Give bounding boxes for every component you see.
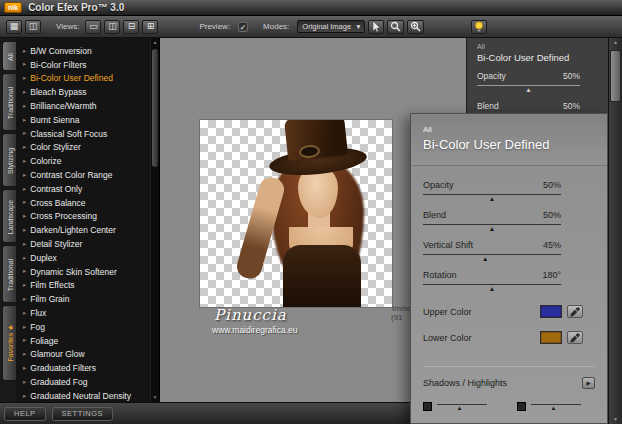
slider-marker[interactable]: ▲ <box>551 405 557 412</box>
view-single-button[interactable]: ▭ <box>85 20 101 34</box>
tab-favorites[interactable]: Favorites ★ <box>2 305 16 381</box>
settings-button[interactable]: SETTINGS <box>52 407 114 421</box>
filter-item[interactable]: ▸ Classical Soft Focus <box>16 127 150 141</box>
slider-marker[interactable]: ▲ <box>489 285 495 292</box>
filter-item[interactable]: ▸ Cross Balance <box>16 196 150 210</box>
triangle-bullet-icon: ▸ <box>23 282 26 289</box>
slider-label: Vertical Shift <box>423 240 473 250</box>
slider-track[interactable]: ▲ <box>423 222 561 232</box>
portrait-illustration <box>242 120 392 307</box>
filter-item[interactable]: ▸ Darken/Lighten Center <box>16 223 150 237</box>
filter-item[interactable]: ▸ Bleach Bypass <box>16 85 150 99</box>
slider-row: Rotation 180° ▲ <box>423 270 561 292</box>
highlights-mini-slider: ▲ <box>517 401 581 411</box>
slider-track[interactable]: ▲ <box>423 252 561 262</box>
filter-item[interactable]: ▸ Contrast Color Range <box>16 168 150 182</box>
filter-item[interactable]: ▸ Graduated Fog <box>16 375 150 389</box>
filter-item[interactable]: ▸ Flux <box>16 306 150 320</box>
color-swatch[interactable] <box>540 305 562 318</box>
slider-track[interactable]: ▲ <box>423 192 561 202</box>
eyedropper-button[interactable] <box>567 331 583 344</box>
filter-item[interactable]: ▸ Film Effects <box>16 279 150 293</box>
filter-item[interactable]: ▸ Graduated Neutral Density <box>16 389 150 402</box>
shadows-swatch[interactable] <box>423 402 432 411</box>
filter-item[interactable]: ▸ Contrast Only <box>16 182 150 196</box>
triangle-bullet-icon: ▸ <box>23 117 26 124</box>
toolbar: ▦ ◫ Views: ▭ ◫ ⊟ ⊞ Preview: ✓ Modes: Ori… <box>0 16 622 38</box>
scroll-down-icon[interactable]: ▼ <box>151 393 159 402</box>
filter-item-label: Classical Soft Focus <box>30 129 107 139</box>
slider-marker[interactable]: ▲ <box>525 86 531 93</box>
eyedropper-icon <box>570 333 580 343</box>
tab-traditional[interactable]: Traditional <box>2 245 16 303</box>
filter-list-scrollbar[interactable]: ▲ ▼ <box>150 38 159 402</box>
filter-item[interactable]: ▸ Fog <box>16 320 150 334</box>
slider-marker[interactable]: ▲ <box>457 405 463 412</box>
watermark-title: Pinuccia <box>214 306 287 324</box>
tab-traditional[interactable]: Traditional <box>2 73 16 131</box>
filter-item-label: Contrast Color Range <box>30 170 112 180</box>
zoom-in-tool-button[interactable] <box>407 20 424 34</box>
image-preview[interactable] <box>200 120 392 307</box>
slider-track[interactable]: ▲ <box>423 282 561 292</box>
zoom-tool-button[interactable] <box>387 20 404 34</box>
layout-grid-button[interactable]: ▦ <box>6 20 22 34</box>
triangle-bullet-icon: ▸ <box>23 241 26 248</box>
filter-item[interactable]: ▸ Bi-Color User Defined <box>16 72 150 86</box>
slider-marker[interactable]: ▲ <box>489 195 495 202</box>
shadows-slider-track[interactable]: ▲ <box>437 401 487 411</box>
filter-item[interactable]: ▸ Duplex <box>16 251 150 265</box>
slider-row: Opacity 50% ▲ <box>477 71 580 93</box>
filter-item[interactable]: ▸ Burnt Sienna <box>16 113 150 127</box>
triangle-bullet-icon: ▸ <box>23 48 26 55</box>
scroll-up-icon[interactable]: ▲ <box>151 38 159 47</box>
view-split-horizontal-button[interactable]: ⊟ <box>123 20 139 34</box>
triangle-bullet-icon: ▸ <box>23 89 26 96</box>
highlights-swatch[interactable] <box>517 402 526 411</box>
view-split-vertical-icon: ◫ <box>108 22 117 31</box>
slider-marker[interactable]: ▲ <box>482 255 488 262</box>
help-button[interactable]: HELP <box>4 407 46 421</box>
filter-item[interactable]: ▸ Dynamic Skin Softener <box>16 265 150 279</box>
view-split-vertical-button[interactable]: ◫ <box>104 20 120 34</box>
view-quad-button[interactable]: ⊞ <box>142 20 158 34</box>
tab-strip: All Traditional Stylizing Landscape Trad… <box>0 38 16 402</box>
eyedropper-button[interactable] <box>567 305 583 318</box>
filter-item[interactable]: ▸ Color Stylizer <box>16 141 150 155</box>
lightbulb-button[interactable] <box>471 20 487 34</box>
filter-item[interactable]: ▸ Graduated Filters <box>16 361 150 375</box>
filter-scrollbar-thumb[interactable] <box>152 49 158 167</box>
highlights-slider-track[interactable]: ▲ <box>531 401 581 411</box>
triangle-bullet-icon: ▸ <box>23 310 26 317</box>
expand-icon: ▶ <box>586 380 590 386</box>
scroll-up-icon[interactable]: ▲ <box>609 38 622 47</box>
filter-item[interactable]: ▸ Film Grain <box>16 292 150 306</box>
color-swatch[interactable] <box>540 331 562 344</box>
preview-checkbox[interactable]: ✓ <box>238 22 248 32</box>
filter-item[interactable]: ▸ B/W Conversion <box>16 44 150 58</box>
filter-item[interactable]: ▸ Brilliance/Warmth <box>16 99 150 113</box>
filter-item-label: Flux <box>30 308 46 318</box>
expand-section-button[interactable]: ▶ <box>582 377 595 389</box>
scroll-down-icon[interactable]: ▼ <box>609 415 622 424</box>
slider-marker[interactable]: ▲ <box>489 225 495 232</box>
tab-landscape[interactable]: Landscape <box>2 189 16 243</box>
tab-all[interactable]: All <box>2 41 16 71</box>
tab-label: Traditional <box>6 259 13 291</box>
color-label: Upper Color <box>423 307 540 317</box>
filter-item[interactable]: ▸ Glamour Glow <box>16 348 150 362</box>
filter-item[interactable]: ▸ Bi-Color Filters <box>16 58 150 72</box>
main-scrollbar-thumb[interactable] <box>610 50 621 102</box>
tab-stylizing[interactable]: Stylizing <box>2 133 16 187</box>
filter-item[interactable]: ▸ Colorize <box>16 154 150 168</box>
slider-track[interactable]: ▲ <box>477 83 580 93</box>
filter-item[interactable]: ▸ Cross Processing <box>16 210 150 224</box>
main-scrollbar[interactable]: ▲ ▼ <box>608 38 622 424</box>
modes-dropdown[interactable]: Original Image ▾ <box>297 20 365 33</box>
layout-split-button[interactable]: ◫ <box>25 20 41 34</box>
filter-item-label: Film Effects <box>30 280 74 290</box>
cursor-tool-button[interactable] <box>368 20 384 34</box>
slider-label: Opacity <box>477 71 506 81</box>
filter-item[interactable]: ▸ Foliage <box>16 334 150 348</box>
filter-item[interactable]: ▸ Detail Stylizer <box>16 237 150 251</box>
